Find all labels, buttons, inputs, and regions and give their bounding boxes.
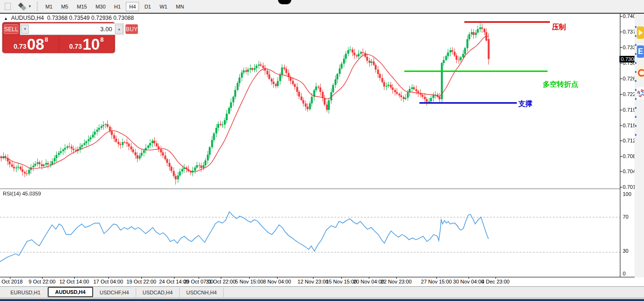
pane-splitter[interactable] (0, 188, 620, 189)
sell-button[interactable]: SELL (4, 24, 18, 34)
time-axis-tick (277, 277, 278, 279)
time-axis-tick (249, 277, 250, 279)
desktop-icon-yellow[interactable] (637, 27, 644, 39)
time-axis-label: 30 Nov 04:00 (453, 279, 484, 284)
price-axis-tick (620, 79, 622, 79)
price-axis-tick (620, 171, 622, 172)
dotted-rectangle-icon[interactable] (2, 2, 12, 11)
pivot-annotation[interactable]: 多空转折点 (543, 80, 578, 89)
rsi-axis-label: 0 (623, 271, 626, 276)
taskbar-edge (0, 299, 644, 301)
volume-increase-button[interactable]: ▲ (115, 25, 123, 34)
price-chart-canvas[interactable] (0, 14, 620, 277)
resistance-annotation[interactable]: 压制 (552, 23, 566, 32)
time-axis-label: 12 Nov 23:00 (297, 279, 328, 284)
collapse-triangle-icon[interactable]: ▲ (4, 16, 8, 21)
time-axis-label: 5 Oct 2018 (0, 279, 23, 284)
time-axis-tick (369, 277, 369, 279)
desktop-grid-dash (635, 134, 636, 136)
desktop-grid-dash (635, 35, 636, 37)
time-axis-tick (496, 277, 496, 279)
timeframe-button-mn[interactable]: MN (173, 2, 187, 11)
timeframe-button-m15[interactable]: M15 (73, 2, 90, 11)
time-axis-label: 20 Nov 04:00 (353, 279, 384, 284)
price-axis-tick (620, 16, 622, 17)
time-axis-label: 4 Dec 23:00 (481, 279, 509, 284)
support-trendline[interactable] (419, 102, 517, 104)
volume-input[interactable] (29, 25, 115, 34)
time-axis-tick (141, 277, 142, 279)
chart-tab-usdchf[interactable]: USDCHF,H4 (93, 288, 136, 297)
toolbar: ▼ M1M5M15M30H1H4D1W1MN (0, 0, 644, 13)
time-axis-tick (221, 277, 221, 279)
timeframe-button-h4[interactable]: H4 (126, 2, 139, 11)
timeframe-button-h1[interactable]: H1 (111, 2, 124, 11)
desktop-icon-dashed-circle[interactable] (637, 87, 644, 99)
time-axis-label: 5 Nov 15:00 (235, 279, 263, 284)
time-axis-tick (42, 277, 43, 279)
time-axis-label: 8 Nov 04:00 (263, 279, 291, 284)
time-axis-tick (313, 277, 313, 279)
price-axis-tick (620, 47, 622, 48)
desktop-grid-dash (635, 26, 636, 28)
desktop-icon-blue[interactable]: E (637, 45, 644, 58)
sell-price-display[interactable]: 0.73 08 8 (4, 35, 58, 53)
price-axis-tick (620, 94, 622, 95)
time-axis-label: 12 Oct 14:00 (60, 279, 89, 284)
buy-price-display[interactable]: 0.73 10 8 (60, 35, 114, 53)
chart-tab-eurusd[interactable]: EURUSD,H1 (4, 288, 48, 297)
price-axis-tick (620, 110, 622, 110)
time-axis-tick (436, 277, 437, 279)
price-axis-line (620, 14, 620, 277)
time-axis-label: 31 Oct 22:00 (206, 279, 236, 284)
rsi-axis-label: 30 (623, 248, 628, 254)
time-axis-label: 19 Oct 22:00 (127, 279, 157, 284)
chart-ohlc-title: ▲ AUDUSD,H4 0.73368 0.73549 0.72936 0.73… (4, 15, 134, 21)
desktop-icon-orange[interactable] (637, 66, 644, 79)
chart-tab-usdcnh[interactable]: USDCNH,H4 (180, 288, 224, 297)
chart-tab-usdcad[interactable]: USDCAD,H4 (136, 288, 180, 297)
arrange-windows-icon[interactable]: ▼ (19, 3, 32, 10)
desktop-grid-dash (635, 71, 636, 73)
one-click-trading-panel: SELL ▼ ▲ BUY 0.73 08 8 0.73 10 8 (2, 22, 115, 53)
desktop-grid-dash (635, 125, 636, 127)
time-axis-label: 15 Nov 15:00 (326, 279, 357, 284)
price-axis-tick (620, 141, 622, 141)
desktop-grid-dash (635, 116, 636, 118)
buy-button[interactable]: BUY (125, 24, 138, 34)
price-axis-tick (620, 63, 622, 63)
volume-control: ▼ ▲ (20, 23, 124, 35)
time-axis-tick (10, 277, 10, 279)
desktop-grid-dash (635, 107, 636, 109)
pivot-trendline[interactable] (404, 71, 548, 72)
chart-tab-audusd[interactable]: AUDUSD,H4 (48, 287, 93, 297)
timeframe-button-m1[interactable]: M1 (42, 2, 56, 11)
desktop-strip: E (635, 14, 644, 277)
timeframe-button-m5[interactable]: M5 (58, 2, 71, 11)
timeframe-button-m30[interactable]: M30 (92, 2, 109, 11)
resistance-trendline[interactable] (464, 21, 550, 23)
timeframe-button-w1[interactable]: W1 (156, 2, 171, 11)
volume-decrease-button[interactable]: ▼ (21, 25, 29, 34)
price-axis-tick (620, 156, 622, 157)
time-axis-tick (199, 277, 199, 279)
toolbar-grip[interactable] (36, 2, 38, 11)
desktop-grid-dash (635, 80, 636, 82)
desktop-grid-dash (635, 62, 636, 64)
time-axis-label: 22 Nov 23:00 (381, 279, 411, 284)
time-axis-tick (396, 277, 397, 279)
time-axis-label: 9 Oct 22:00 (29, 279, 56, 284)
dropdown-caret-icon[interactable]: ▼ (28, 4, 32, 9)
time-axis-label: 27 Nov 15:00 (421, 279, 452, 284)
price-axis-tick (620, 125, 622, 126)
support-annotation[interactable]: 支撑 (518, 99, 532, 108)
timeframe-button-d1[interactable]: D1 (141, 2, 154, 11)
time-axis-tick (108, 277, 109, 279)
desktop-grid-dash (635, 53, 636, 55)
rsi-axis-label: 100 (623, 191, 631, 197)
time-axis-tick (74, 277, 75, 279)
time-axis-tick (469, 277, 469, 279)
time-axis-label: 17 Oct 04:00 (94, 279, 123, 284)
desktop-grid-dash (635, 98, 636, 100)
mt4-window: ▼ M1M5M15M30H1H4D1W1MN ▲ AUDUSD,H4 0.733… (0, 0, 644, 301)
